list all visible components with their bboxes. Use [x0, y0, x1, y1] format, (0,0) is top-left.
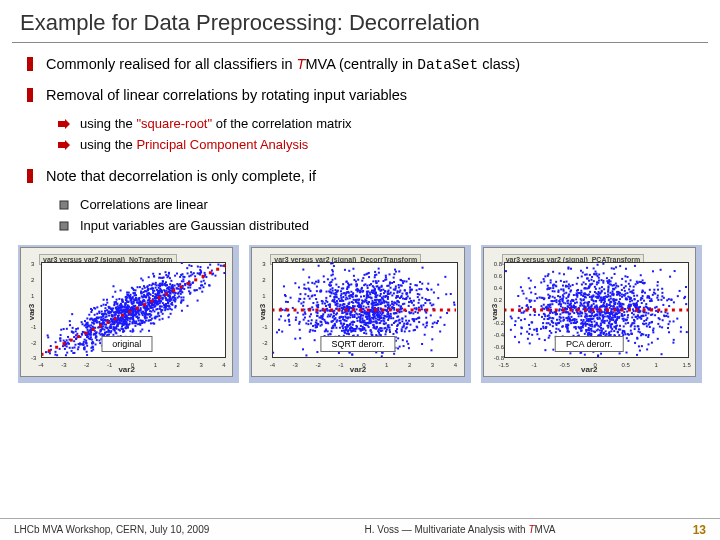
- y-tick: -3: [31, 355, 36, 361]
- y-tick: 1: [262, 293, 265, 299]
- y-tick: -2: [262, 340, 267, 346]
- x-tick: 0.5: [621, 362, 629, 368]
- bullet-icon: [24, 57, 36, 71]
- y-tick: 0.6: [494, 273, 502, 279]
- plots-row: var3 versus var2 (signal)_NoTransform va…: [18, 245, 702, 383]
- svg-rect-6: [60, 222, 68, 230]
- x-tick: 0: [593, 362, 596, 368]
- footer-center: H. Voss ― Multivariate Analysis with TMV…: [254, 524, 666, 535]
- x-tick: 1: [385, 362, 388, 368]
- footer-left: LHCb MVA Workshop, CERN, July 10, 2009: [14, 524, 254, 535]
- x-tick: 3: [199, 362, 202, 368]
- y-tick: 0.4: [494, 285, 502, 291]
- y-tick: 0.2: [494, 297, 502, 303]
- bullet-icon: [24, 169, 36, 183]
- plot-tag: original: [101, 336, 152, 352]
- x-tick: 0: [131, 362, 134, 368]
- x-tick: 0: [362, 362, 365, 368]
- bullet-2b: using the Principal Component Analysis: [58, 136, 696, 154]
- x-tick: 3: [431, 362, 434, 368]
- page-number: 13: [666, 523, 706, 537]
- x-tick: 2: [408, 362, 411, 368]
- slide-title: Example for Data Preprocessing: Decorrel…: [0, 0, 720, 42]
- svg-rect-5: [60, 201, 68, 209]
- x-tick: 1: [654, 362, 657, 368]
- x-tick: -3: [61, 362, 66, 368]
- y-tick: 0.8: [494, 261, 502, 267]
- x-tick: -3: [293, 362, 298, 368]
- y-tick: -3: [262, 355, 267, 361]
- y-tick: -1: [262, 324, 267, 330]
- y-tick: 0: [494, 308, 497, 314]
- svg-marker-2: [58, 119, 70, 129]
- svg-marker-3: [58, 140, 70, 150]
- bullet-3a-text: Correlations are linear: [80, 196, 208, 214]
- y-tick: 3: [262, 261, 265, 267]
- bullet-2b-text: using the Principal Component Analysis: [80, 136, 308, 154]
- plot-tag: PCA derorr.: [555, 336, 624, 352]
- y-tick: -0.8: [494, 355, 504, 361]
- y-tick: 2: [262, 277, 265, 283]
- square-icon: [58, 198, 70, 212]
- x-tick: -1: [338, 362, 343, 368]
- x-tick: 1: [154, 362, 157, 368]
- y-tick: -2: [31, 340, 36, 346]
- x-tick: -1: [531, 362, 536, 368]
- bullet-1: Commonly realised for all classifiers in…: [24, 55, 696, 76]
- x-tick: 4: [222, 362, 225, 368]
- bullet-3a: Correlations are linear: [58, 196, 696, 214]
- arrow-icon: [58, 138, 70, 152]
- bullet-3-text: Note that decorrelation is only complete…: [46, 167, 316, 187]
- bullet-3: Note that decorrelation is only complete…: [24, 167, 696, 187]
- x-tick: -4: [270, 362, 275, 368]
- y-tick: 0: [262, 308, 265, 314]
- bullet-3b: Input variables are Gaussian distributed: [58, 217, 696, 235]
- y-tick: -0.2: [494, 320, 504, 326]
- square-icon: [58, 219, 70, 233]
- y-tick: 1: [31, 293, 34, 299]
- bullet-2: Removal of linear correlations by rotati…: [24, 86, 696, 106]
- x-tick: 1.5: [682, 362, 690, 368]
- y-tick: -0.6: [494, 344, 504, 350]
- arrow-icon: [58, 117, 70, 131]
- y-tick: 0: [31, 308, 34, 314]
- slide-footer: LHCb MVA Workshop, CERN, July 10, 2009 H…: [0, 518, 720, 540]
- plot-sqrt-decorr: var3 versus var2 (signal)_DecorrTransfor…: [249, 245, 470, 383]
- y-tick: -1: [31, 324, 36, 330]
- x-tick: -2: [315, 362, 320, 368]
- svg-rect-1: [27, 88, 33, 102]
- x-tick: -1: [107, 362, 112, 368]
- x-tick: 2: [177, 362, 180, 368]
- x-tick: -2: [84, 362, 89, 368]
- bullet-1-text: Commonly realised for all classifiers in…: [46, 55, 520, 76]
- x-tick: 4: [454, 362, 457, 368]
- bullet-2a: using the "square-root" of the correlati…: [58, 115, 696, 133]
- svg-rect-0: [27, 57, 33, 71]
- plot-pca-decorr: var3 versus var2 (signal)_PCATransform v…: [481, 245, 702, 383]
- plot-tag: SQRT derorr.: [320, 336, 395, 352]
- svg-rect-4: [27, 169, 33, 183]
- bullet-2-text: Removal of linear correlations by rotati…: [46, 86, 407, 106]
- x-tick: -4: [38, 362, 43, 368]
- bullet-icon: [24, 88, 36, 102]
- y-tick: -0.4: [494, 332, 504, 338]
- y-tick: 2: [31, 277, 34, 283]
- title-underline: [12, 42, 708, 43]
- plot-original: var3 versus var2 (signal)_NoTransform va…: [18, 245, 239, 383]
- x-tick: -0.5: [559, 362, 569, 368]
- bullet-2a-text: using the "square-root" of the correlati…: [80, 115, 352, 133]
- slide-body: Commonly realised for all classifiers in…: [0, 55, 720, 235]
- y-tick: 3: [31, 261, 34, 267]
- x-tick: -1.5: [498, 362, 508, 368]
- bullet-3b-text: Input variables are Gaussian distributed: [80, 217, 309, 235]
